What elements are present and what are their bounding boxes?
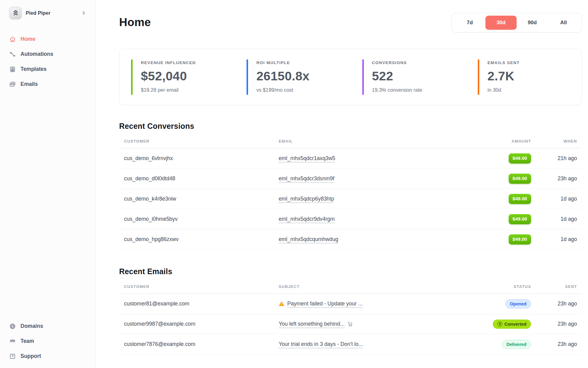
status-badge: Delivered xyxy=(502,340,531,349)
sidebar-item-label: Home xyxy=(21,36,36,42)
emails-table-header: CUSTOMERSUBJECTSTATUSSENT xyxy=(119,284,582,294)
sidebar-item-team[interactable]: Team xyxy=(9,334,86,349)
time-range-selector: 7d30d90dAll xyxy=(451,13,582,33)
conversion-row: cus_demo_hpg86zxwveml_mhx5qdcqumhwdug$49… xyxy=(119,229,582,250)
stat-label: EMAILS SENT xyxy=(488,60,579,65)
email-id-link[interactable]: eml_mhx5qdcp6y83htp xyxy=(279,196,334,202)
email-id-link[interactable]: eml_mhx5qdcr9dv4rgm xyxy=(279,216,335,222)
stat-emails-sent: EMAILS SENT2.7Kin 30d xyxy=(466,59,582,95)
status-label: Delivered xyxy=(507,342,526,347)
column-header-sent: SENT xyxy=(565,284,577,289)
when-cell: 21h ago xyxy=(558,155,577,162)
customer-email-cell: customer81@example.com xyxy=(124,301,279,307)
stat-value: 522 xyxy=(372,69,463,83)
status-badge: Opened xyxy=(505,299,531,309)
home-icon xyxy=(9,36,16,43)
sidebar-item-label: Automations xyxy=(21,51,53,57)
customer-email-cell: customer9987@example.com xyxy=(124,321,279,327)
conversions-table: CUSTOMEREMAILAMOUNTWHEN cus_demo_6vlrnvj… xyxy=(119,139,582,250)
when-cell: 23h ago xyxy=(558,175,577,182)
workspace-name: Pied Piper xyxy=(26,10,51,16)
column-header-subject: SUBJECT xyxy=(279,284,465,289)
main-content: Home 7d30d90dAll REVENUE INFLUENCED$52,0… xyxy=(96,0,588,368)
sidebar-item-templates[interactable]: Templates xyxy=(9,62,86,77)
team-icon xyxy=(9,338,16,345)
sent-cell: 23h ago xyxy=(558,301,577,307)
status-label: Opened xyxy=(510,301,526,306)
subject-link[interactable]: You left something behind... xyxy=(279,321,345,327)
status-badge: $Converted xyxy=(493,320,531,329)
time-range-90d-button[interactable]: 90d xyxy=(517,16,548,30)
conversion-row: cus_demo_d0l0dtd48eml_mhx5qdcr3dsnm9f$49… xyxy=(119,169,582,189)
sidebar: Pied Piper HomeAutomationsTemplatesEmail… xyxy=(0,0,96,368)
customer-email-cell: customer7876@example.com xyxy=(124,341,279,347)
customer-id-cell: cus_demo_6vlrnvjhx xyxy=(124,155,279,162)
time-range-all-button[interactable]: All xyxy=(548,16,579,30)
subject-link[interactable]: Your trial ends in 3 days - Don't lo... xyxy=(279,341,363,347)
time-range-7d-button[interactable]: 7d xyxy=(454,16,485,30)
stat-label: CONVERSIONS xyxy=(372,60,463,65)
warning-icon xyxy=(279,301,285,307)
sidebar-item-emails[interactable]: Emails xyxy=(9,77,86,92)
email-row: customer7876@example.comYour trial ends … xyxy=(119,334,582,355)
customer-id-cell: cus_demo_k4r8e3niw xyxy=(124,196,279,202)
conversion-row: cus_demo_6vlrnvjhxeml_mhx5qdcr1axq3w5$49… xyxy=(119,148,582,169)
column-header-amount: AMOUNT xyxy=(511,139,531,144)
stat-revenue-influenced: REVENUE INFLUENCED$52,040$19.28 per emai… xyxy=(119,59,235,95)
sidebar-item-home[interactable]: Home xyxy=(9,32,86,47)
amount-badge: $49.00 xyxy=(509,153,531,163)
cart-icon xyxy=(347,321,353,327)
subject-link[interactable]: Payment failed - Update your ... xyxy=(287,301,363,307)
email-id-link[interactable]: eml_mhx5qdcr1axq3w5 xyxy=(279,155,335,161)
recent-conversions-title: Recent Conversions xyxy=(119,122,582,131)
email-row: customer9987@example.comYou left somethi… xyxy=(119,314,582,334)
sidebar-item-label: Emails xyxy=(21,81,38,87)
when-cell: 1d ago xyxy=(560,236,577,243)
stat-subtext: in 30d xyxy=(488,87,579,93)
email-row: customer81@example.comPayment failed - U… xyxy=(119,294,582,314)
dollar-circle-icon: $ xyxy=(497,322,502,327)
email-id-link[interactable]: eml_mhx5qdcr3dsnm9f xyxy=(279,175,334,182)
stat-subtext: 19.3% conversion rate xyxy=(372,87,463,93)
sidebar-item-label: Domains xyxy=(21,323,43,329)
status-label: Converted xyxy=(504,322,526,327)
globe-icon xyxy=(9,323,16,330)
sidebar-item-label: Support xyxy=(21,353,41,359)
pied-piper-logo-icon xyxy=(9,7,22,19)
sidebar-item-label: Templates xyxy=(21,66,47,72)
recent-emails-section: Recent Emails CUSTOMERSUBJECTSTATUSSENT … xyxy=(119,267,582,355)
sidebar-nav: HomeAutomationsTemplatesEmails xyxy=(9,32,86,92)
column-header-when: WHEN xyxy=(564,139,577,144)
automations-icon xyxy=(9,51,16,58)
workspace-switcher[interactable]: Pied Piper xyxy=(9,7,86,19)
sidebar-item-automations[interactable]: Automations xyxy=(9,47,86,62)
emails-icon xyxy=(9,81,16,88)
stat-label: ROI MULTIPLE xyxy=(256,60,347,65)
stat-conversions: CONVERSIONS52219.3% conversion rate xyxy=(351,59,466,95)
help-icon xyxy=(9,353,16,360)
recent-conversions-section: Recent Conversions CUSTOMEREMAILAMOUNTWH… xyxy=(119,122,582,250)
conversion-row: cus_demo_k4r8e3niweml_mhx5qdcp6y83htp$49… xyxy=(119,189,582,209)
email-id-link[interactable]: eml_mhx5qdcqumhwdug xyxy=(279,236,338,242)
time-range-30d-button[interactable]: 30d xyxy=(485,16,517,30)
emails-table: CUSTOMERSUBJECTSTATUSSENT customer81@exa… xyxy=(119,284,582,355)
when-cell: 1d ago xyxy=(560,216,577,222)
templates-icon xyxy=(9,66,16,73)
stat-subtext: vs $199/mo cost xyxy=(256,87,347,93)
sent-cell: 23h ago xyxy=(558,321,577,327)
amount-badge: $49.00 xyxy=(509,234,531,244)
amount-badge: $49.00 xyxy=(509,194,531,204)
stat-subtext: $19.28 per email xyxy=(141,87,232,93)
column-header-status: STATUS xyxy=(514,284,531,289)
page-header: Home 7d30d90dAll xyxy=(119,12,582,33)
page-title: Home xyxy=(119,16,151,29)
sidebar-item-domains[interactable]: Domains xyxy=(9,319,86,334)
stat-value: 26150.8x xyxy=(256,69,347,83)
amount-badge: $49.00 xyxy=(509,174,531,184)
sidebar-item-support[interactable]: Support xyxy=(9,349,86,364)
when-cell: 1d ago xyxy=(560,196,577,202)
customer-id-cell: cus_demo_d0l0dtd48 xyxy=(124,175,279,182)
stat-roi-multiple: ROI MULTIPLE26150.8xvs $199/mo cost xyxy=(235,59,350,95)
conversions-table-header: CUSTOMEREMAILAMOUNTWHEN xyxy=(119,139,582,148)
stat-value: 2.7K xyxy=(488,69,579,83)
